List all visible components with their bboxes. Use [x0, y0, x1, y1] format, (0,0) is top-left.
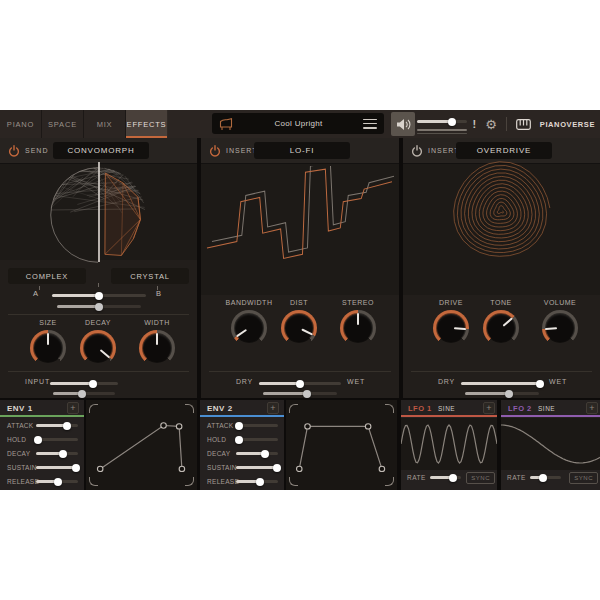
fx-name-button[interactable]: OVERDRIVE [456, 142, 552, 159]
lfo-title: LFO 2 [508, 404, 532, 413]
lfo-shape-selector[interactable]: SINE [538, 405, 555, 412]
fx-mode-label: SEND [25, 147, 48, 154]
bandwidth-knob[interactable] [231, 310, 267, 346]
env1-section: ENV 1 + ATTACK HOLD DECAY SUSTAIN RELEAS… [0, 400, 197, 490]
dry-label: DRY [438, 378, 455, 385]
envelope-curve [291, 406, 392, 484]
decay-slider[interactable] [236, 452, 278, 455]
fx-mode-label: INSERT [428, 147, 460, 154]
add-modulation-button[interactable]: + [267, 402, 279, 414]
morph-divider-line [98, 162, 100, 262]
mix-alt-slider[interactable] [465, 392, 539, 395]
tick-mark [39, 286, 40, 290]
power-icon[interactable] [8, 145, 20, 157]
tab-effects[interactable]: EFFECTS [126, 110, 168, 138]
knob-label: TONE [471, 299, 531, 306]
gear-icon[interactable]: ⚙ [485, 118, 497, 131]
env-accent-bar [200, 415, 284, 417]
size-knob[interactable] [30, 330, 66, 366]
input-alt-slider[interactable] [53, 392, 115, 395]
tab-piano[interactable]: PIANO [0, 110, 42, 138]
preset-menu-icon[interactable] [363, 119, 377, 129]
lfo-accent-bar [401, 415, 497, 417]
sustain-slider[interactable] [36, 466, 78, 469]
attack-slider[interactable] [36, 424, 78, 427]
env2-graph[interactable] [286, 400, 397, 490]
power-icon[interactable] [209, 145, 221, 157]
release-slider[interactable] [36, 480, 78, 483]
dist-knob[interactable] [281, 310, 317, 346]
alert-icon[interactable]: ! [472, 118, 476, 130]
tab-mix[interactable]: MIX [84, 110, 126, 138]
knob-label: DECAY [68, 319, 128, 326]
dry-wet-slider[interactable] [259, 382, 341, 385]
env-title: ENV 1 [7, 404, 33, 413]
decay-slider[interactable] [36, 452, 78, 455]
morph-b-label: B [156, 289, 161, 298]
input-slider[interactable] [50, 382, 118, 385]
decay-knob[interactable] [80, 330, 116, 366]
add-modulation-button[interactable]: + [67, 402, 79, 414]
speaker-button[interactable] [391, 112, 415, 136]
sync-button[interactable]: SYNC [569, 472, 598, 484]
fx-name-button[interactable]: LO-FI [254, 142, 350, 159]
master-volume-slider[interactable] [417, 120, 467, 123]
morph-alt-slider[interactable] [57, 305, 141, 308]
morph-slider[interactable] [52, 294, 146, 297]
stereo-knob[interactable] [340, 310, 376, 346]
release-label: RELEASE [7, 478, 39, 485]
dry-label: DRY [236, 378, 253, 385]
tick-mark [98, 283, 99, 287]
sync-button[interactable]: SYNC [466, 472, 495, 484]
brand-name: PIANOVERSE [540, 120, 595, 129]
knob-decay: DECAY [68, 319, 128, 366]
power-icon[interactable] [411, 145, 423, 157]
knob-label: VOLUME [530, 299, 590, 306]
add-modulation-button[interactable]: + [483, 402, 495, 414]
fx-panel-lofi: INSERT LO-FI BANDWIDTH DIST STEREO DRY W… [201, 138, 399, 398]
ir-a-button[interactable]: COMPLEX [8, 268, 86, 284]
knob-label: STEREO [328, 299, 388, 306]
sustain-label: SUSTAIN [207, 464, 237, 471]
dry-wet-slider[interactable] [461, 382, 543, 385]
attack-label: ATTACK [7, 422, 33, 429]
pianoverse-app: PIANO SPACE MIX EFFECTS Cool Upright ! [0, 110, 600, 490]
knob-width: WIDTH [127, 319, 187, 366]
decay-label: DECAY [7, 450, 30, 457]
fx-panel-convomorph: SEND CONVOMORPH COMPLEX CRYSTAL A B SIZE… [0, 138, 197, 398]
release-slider[interactable] [236, 480, 278, 483]
top-bar: PIANO SPACE MIX EFFECTS Cool Upright ! [0, 110, 600, 138]
width-knob[interactable] [139, 330, 175, 366]
mix-alt-slider[interactable] [263, 392, 337, 395]
drive-knob[interactable] [433, 310, 469, 346]
rate-slider[interactable] [530, 476, 561, 479]
env1-graph[interactable] [86, 400, 197, 490]
preset-selector[interactable]: Cool Upright [212, 113, 384, 134]
lfo-shape-selector[interactable]: SINE [438, 405, 455, 412]
add-modulation-button[interactable]: + [586, 402, 598, 414]
tone-knob[interactable] [483, 310, 519, 346]
env-accent-bar [0, 415, 84, 417]
hold-label: HOLD [7, 436, 26, 443]
fx-header: SEND CONVOMORPH [0, 138, 197, 164]
sustain-label: SUSTAIN [7, 464, 37, 471]
overdrive-spiral-viz [448, 158, 554, 264]
wet-label: WET [549, 378, 567, 385]
attack-slider[interactable] [236, 424, 278, 427]
lfo-title: LFO 1 [408, 404, 432, 413]
lfo2-wave-viz [501, 418, 600, 470]
lfo2-section: LFO 2 SINE + RATE SYNC [501, 400, 600, 490]
fx-name-button[interactable]: CONVOMORPH [53, 142, 149, 159]
rate-slider[interactable] [430, 476, 461, 479]
fx-header: INSERT LO-FI [201, 138, 399, 164]
effects-row: SEND CONVOMORPH COMPLEX CRYSTAL A B SIZE… [0, 138, 600, 398]
sustain-slider[interactable] [236, 466, 278, 469]
volume-knob[interactable] [542, 310, 578, 346]
hold-slider[interactable] [36, 438, 78, 441]
tab-space[interactable]: SPACE [42, 110, 84, 138]
morph-a-label: A [33, 289, 38, 298]
decay-label: DECAY [207, 450, 230, 457]
ir-b-button[interactable]: CRYSTAL [111, 268, 189, 284]
release-label: RELEASE [207, 478, 239, 485]
hold-slider[interactable] [236, 438, 278, 441]
